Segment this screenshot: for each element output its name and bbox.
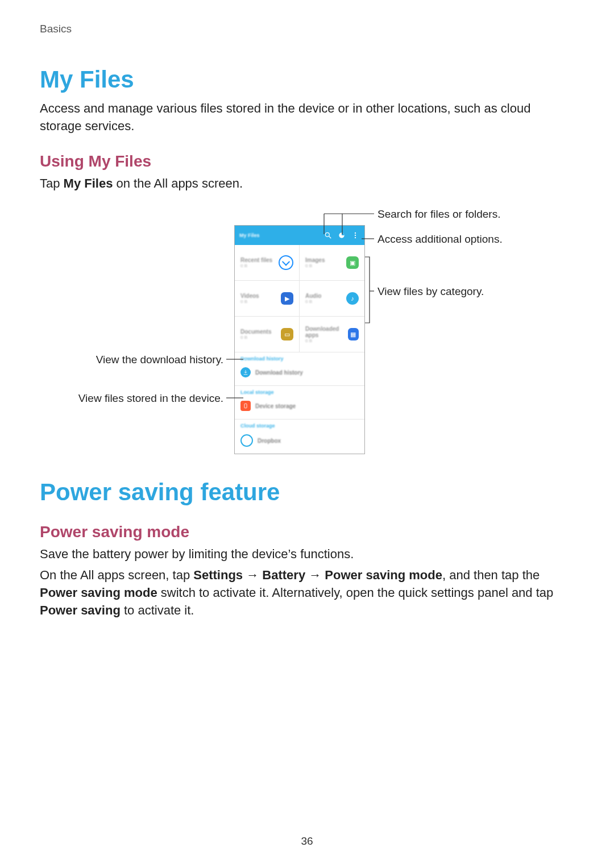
my-files-diagram: My Files Recent files0 B Images0 B [40, 206, 574, 445]
text-frag: to activate it. [121, 603, 194, 617]
arrow: → [305, 568, 325, 582]
page: Basics My Files Access and manage variou… [0, 0, 614, 868]
power-saving-p1: Save the battery power by limiting the d… [40, 546, 575, 563]
text-frag: on the All apps screen. [113, 176, 243, 190]
text-bold-my-files: My Files [64, 176, 113, 190]
leader-lines [40, 206, 574, 445]
page-number: 36 [0, 835, 614, 848]
text-bold: Settings [193, 568, 243, 582]
arrow: → [243, 568, 262, 582]
breadcrumb: Basics [40, 23, 575, 35]
section-my-files: My Files [40, 66, 575, 93]
text-frag: Tap [40, 176, 64, 190]
text-frag: , and then tap the [442, 568, 540, 582]
text-frag: switch to activate it. Alternatively, op… [157, 585, 554, 600]
power-saving-p2: On the All apps screen, tap Settings → B… [40, 567, 575, 619]
section-power-saving-feature: Power saving feature [40, 479, 575, 506]
subsection-power-saving-mode: Power saving mode [40, 523, 575, 541]
text-bold: Power saving mode [40, 585, 157, 600]
text-frag: On the All apps screen, tap [40, 568, 193, 582]
text-bold: Power saving [40, 603, 121, 617]
my-files-intro: Access and manage various files stored i… [40, 100, 575, 135]
text-bold: Battery [262, 568, 305, 582]
tap-my-files-text: Tap My Files on the All apps screen. [40, 175, 575, 193]
subsection-using-my-files: Using My Files [40, 152, 575, 171]
text-bold: Power saving mode [325, 568, 442, 582]
